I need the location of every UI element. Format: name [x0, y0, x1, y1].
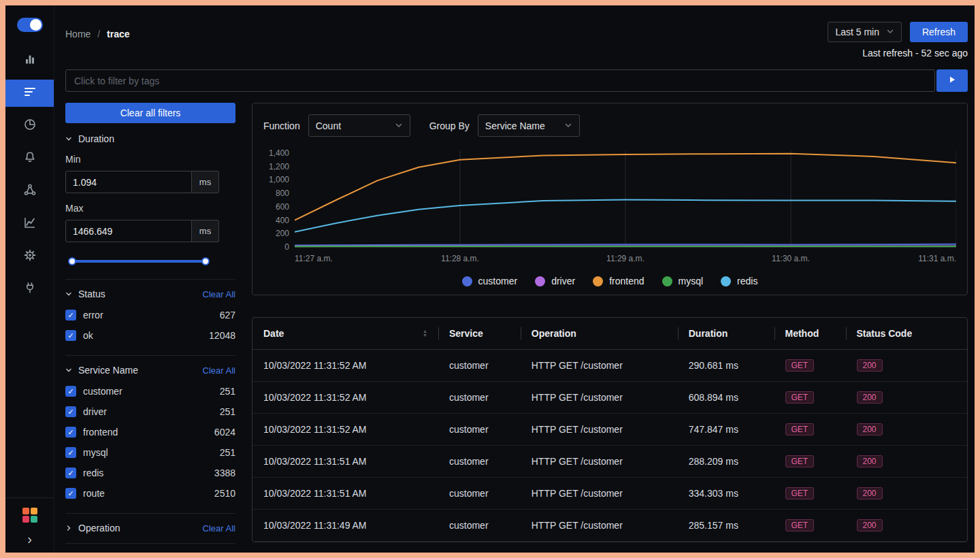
checkbox-checked[interactable]: ✓ [65, 427, 76, 438]
filter-checkbox-row[interactable]: ✓error627 [65, 305, 235, 325]
checkbox-checked[interactable]: ✓ [65, 310, 76, 321]
cell-date: 10/03/2022 11:31:52 AM [252, 414, 438, 446]
method-tag: GET [785, 455, 815, 467]
filter-checkbox-row[interactable]: ✓ok12048 [65, 325, 235, 346]
filter-checkbox-row[interactable]: ✓customer251 [65, 381, 235, 401]
breadcrumb-home[interactable]: Home [65, 29, 91, 39]
nav-traces[interactable] [5, 80, 54, 107]
filter-option-label: redis [83, 467, 103, 478]
sort-icon[interactable]: ▲▼ [423, 329, 427, 338]
tag-filter-input[interactable] [65, 69, 935, 92]
chart-x-axis: 11:27 a.m.11:28 a.m.11:29 a.m.11:30 a.m.… [295, 254, 956, 265]
nav-usage-explorer[interactable] [5, 210, 54, 237]
column-header-duration: Duration [678, 318, 774, 350]
status-code-tag: 200 [857, 519, 883, 531]
legend-item-frontend[interactable]: frontend [593, 276, 644, 286]
app-frame: › Home / trace Last 5 min Refresh Last r… [5, 5, 975, 553]
filter-checkbox-row[interactable]: ✓driver251 [65, 401, 235, 422]
slider-handle-max[interactable] [201, 257, 210, 265]
cell-service: customer [438, 510, 521, 542]
toggle-knob [30, 19, 42, 31]
status-code-tag: 200 [857, 391, 883, 404]
service-name-clear-all-link[interactable]: Clear All [203, 365, 235, 376]
cell-status-code: 200 [846, 382, 968, 414]
cell-date: 10/03/2022 11:31:52 AM [252, 382, 438, 414]
nav-settings[interactable] [5, 243, 54, 270]
y-tick-label: 400 [276, 216, 289, 225]
status-section: Status Clear All ✓error627✓ok12048 [65, 280, 235, 356]
time-range-select[interactable]: Last 5 min [828, 22, 902, 42]
legend-color-dot [593, 276, 603, 286]
theme-toggle[interactable] [17, 18, 43, 32]
nav-dashboard[interactable] [5, 112, 54, 140]
table-row[interactable]: 10/03/2022 11:31:51 AMcustomerHTTP GET /… [252, 446, 967, 478]
operation-clear-all-link[interactable]: Clear All [203, 523, 235, 534]
nav-metrics[interactable] [5, 47, 54, 74]
nav-service-map[interactable] [5, 178, 54, 205]
section-title: Service Name [78, 365, 138, 376]
line-chart-icon [23, 216, 37, 232]
cell-service: customer [438, 478, 521, 510]
table-row[interactable]: 10/03/2022 11:31:49 AMcustomerHTTP GET /… [252, 510, 967, 542]
table-row[interactable]: 10/03/2022 11:31:52 AMcustomerHTTP GET /… [252, 350, 967, 382]
table-row[interactable]: 10/03/2022 11:31:52 AMcustomerHTTP GET /… [252, 382, 967, 414]
legend-item-redis[interactable]: redis [721, 276, 757, 286]
cell-method: GET [774, 510, 846, 542]
cell-duration: 334.303 ms [678, 478, 774, 510]
group-by-value: Service Name [485, 120, 545, 131]
refresh-button[interactable]: Refresh [910, 22, 968, 42]
filter-checkbox-row[interactable]: ✓frontend6024 [65, 422, 235, 442]
operation-section-header[interactable]: Operation Clear All [65, 523, 235, 534]
cell-status-code: 200 [846, 350, 968, 382]
slider-handle-min[interactable] [68, 257, 76, 265]
nav-alerts[interactable] [5, 145, 54, 172]
legend-item-mysql[interactable]: mysql [662, 276, 704, 286]
chart-card: Function Count Group By Service Name 020… [252, 103, 968, 295]
filter-option-label: ok [83, 330, 93, 341]
cell-service: customer [438, 414, 521, 446]
column-label: Status Code [857, 328, 913, 339]
status-filter-list: ✓error627✓ok12048 [65, 305, 235, 346]
column-header-method: Method [774, 318, 846, 350]
filter-checkbox-row[interactable]: ✓route2510 [65, 483, 235, 504]
topbar-right: Last 5 min Refresh Last refresh - 52 sec… [828, 22, 968, 59]
run-filter-button[interactable] [936, 69, 968, 92]
function-value: Count [316, 120, 341, 131]
max-duration-input[interactable] [65, 220, 192, 242]
max-unit: ms [192, 220, 219, 242]
column-label: Duration [689, 328, 728, 339]
signoz-logo[interactable] [22, 508, 37, 523]
filter-checkbox-row[interactable]: ✓redis3388 [65, 463, 235, 483]
group-by-select[interactable]: Service Name [478, 114, 580, 137]
y-tick-label: 0 [284, 242, 289, 252]
function-select[interactable]: Count [308, 114, 410, 137]
filter-checkbox-row[interactable]: ✓mysql251 [65, 442, 235, 463]
chevron-down-icon[interactable] [65, 367, 72, 374]
checkbox-checked[interactable]: ✓ [65, 386, 76, 397]
method-tag: GET [785, 519, 815, 531]
clear-all-filters-button[interactable]: Clear all filters [65, 103, 235, 123]
chevron-down-icon[interactable] [65, 291, 72, 297]
min-duration-input[interactable] [65, 171, 192, 193]
sidebar-collapse-button[interactable]: › [27, 532, 32, 546]
checkbox-checked[interactable]: ✓ [65, 467, 76, 478]
status-clear-all-link[interactable]: Clear All [203, 289, 235, 299]
column-divider [846, 327, 847, 340]
table-row[interactable]: 10/03/2022 11:31:52 AMcustomerHTTP GET /… [252, 414, 967, 446]
filter-option-count: 6024 [214, 427, 235, 438]
legend-item-driver[interactable]: driver [535, 276, 575, 286]
x-tick-label: 11:27 a.m. [295, 254, 333, 263]
duration-range-slider [71, 257, 207, 265]
y-tick-label: 200 [276, 229, 289, 238]
duration-section-header[interactable]: Duration [65, 133, 235, 144]
chevron-down-icon [65, 135, 72, 142]
checkbox-checked[interactable]: ✓ [65, 447, 76, 458]
checkbox-checked[interactable]: ✓ [65, 488, 76, 499]
legend-item-customer[interactable]: customer [462, 276, 518, 286]
checkbox-checked[interactable]: ✓ [65, 330, 76, 341]
checkbox-checked[interactable]: ✓ [65, 406, 76, 417]
table-row[interactable]: 10/03/2022 11:31:51 AMcustomerHTTP GET /… [252, 478, 967, 510]
filter-option-count: 2510 [214, 488, 235, 499]
nav-integrations[interactable] [5, 276, 54, 303]
slider-track[interactable] [71, 260, 207, 263]
